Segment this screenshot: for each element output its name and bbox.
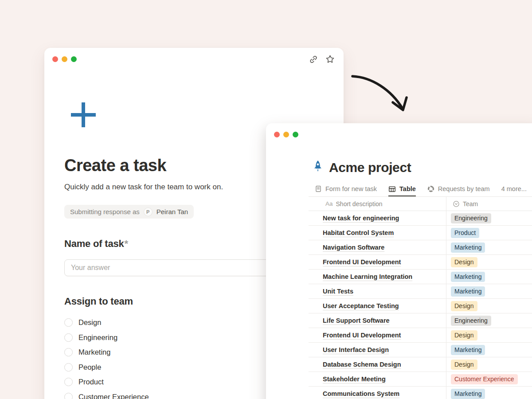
team-tag: Marketing [451,272,485,282]
radio-button[interactable] [64,393,73,399]
table-row: Frontend UI Development Design [309,328,532,343]
favorite-star-icon[interactable] [325,55,335,64]
team-tag: Marketing [451,389,485,399]
team-cell[interactable]: Marketing [446,240,532,254]
team-tag: Marketing [451,286,485,297]
text-property-icon: Aa [325,200,333,207]
team-cell[interactable]: Marketing [446,343,532,357]
team-tag: Customer Experience [451,374,518,384]
short-description-cell[interactable]: Database Schema Design [309,357,446,372]
table-row: Life Support Software Engineering [309,313,532,328]
team-tag: Engineering [451,316,491,326]
submitting-as-chip: Submitting response as P Peiran Tan [64,205,194,219]
submitting-as-label: Submitting response as [70,208,140,215]
short-description-cell[interactable]: User Acceptance Testing [309,299,446,313]
team-cell[interactable]: Design [446,255,532,269]
minimize-button[interactable] [283,132,289,137]
table-row: Database Schema Design Design [309,357,532,372]
minimize-button[interactable] [62,56,67,62]
tab-more-views[interactable]: 4 more... [501,185,527,196]
radio-button[interactable] [64,348,73,356]
team-tag: Design [451,257,477,267]
short-description-cell[interactable]: New task for engineering [309,211,446,225]
page-background: Create a task Quickly add a new task for… [0,0,532,399]
table-row: Stakeholder Meeting Customer Experience [309,372,532,387]
table-row: Navigation Software Marketing [309,240,532,255]
table-body: New task for engineering Engineering Hab… [309,211,532,399]
table-row: New task for engineering Engineering [309,211,532,226]
form-window-titlebar [44,48,344,64]
team-cell[interactable]: Design [446,299,532,313]
database-window-titlebar [266,123,532,139]
short-description-cell[interactable]: Machine Learning Integration [309,270,446,284]
team-tag: Engineering [451,213,491,223]
team-cell[interactable]: Engineering [446,211,532,225]
submitting-user-name: Peiran Tan [156,208,188,215]
view-tabs: Form for new task Table Requests by team… [266,183,532,196]
team-cell[interactable]: Design [446,328,532,342]
radio-button[interactable] [64,333,73,342]
team-cell[interactable]: Product [446,226,532,240]
radio-button[interactable] [64,363,73,372]
team-cell[interactable]: Engineering [446,313,532,328]
table-row: User Acceptance Testing Design [309,299,532,313]
hand-drawn-arrow [346,66,417,121]
short-description-cell[interactable]: Communications System [309,387,446,399]
table-row: Machine Learning Integration Marketing [309,270,532,284]
team-cell[interactable]: Design [446,357,532,372]
team-cell[interactable]: Marketing [446,270,532,284]
database-window: Acme project Form for new task Table [266,123,532,399]
team-tag: Product [451,228,479,238]
short-description-cell[interactable]: Habitat Control System [309,226,446,240]
zoom-button[interactable] [293,132,298,137]
tab-table[interactable]: Table [388,185,416,197]
team-tag: Marketing [451,345,485,355]
table-row: Frontend UI Development Design [309,255,532,270]
rocket-icon [312,160,324,175]
short-description-cell[interactable]: Navigation Software [309,240,446,254]
radio-button[interactable] [64,318,73,327]
close-button[interactable] [274,132,280,137]
column-header-team[interactable]: Team [446,197,532,211]
tab-requests-by-team[interactable]: Requests by team [427,185,490,196]
short-description-cell[interactable]: Stakeholder Meeting [309,372,446,386]
team-tag: Design [451,301,477,311]
database-title: Acme project [329,160,411,175]
avatar: P [144,207,153,216]
short-description-cell[interactable]: User Interface Design [309,343,446,357]
window-controls [274,132,298,137]
short-description-cell[interactable]: Frontend UI Development [309,255,446,269]
team-tag: Design [451,330,477,340]
table-header-row: Aa Short description Team [309,196,532,211]
zoom-button[interactable] [71,56,77,62]
short-description-cell[interactable]: Frontend UI Development [309,328,446,342]
table-row: Communications System Marketing [309,387,532,399]
select-property-icon [453,200,460,207]
table-row: Unit Tests Marketing [309,284,532,299]
link-icon[interactable] [309,55,318,64]
column-header-short-description[interactable]: Aa Short description [309,197,446,211]
team-cell[interactable]: Marketing [446,387,532,399]
close-button[interactable] [52,56,58,62]
table-row: User Interface Design Marketing [309,343,532,357]
team-cell[interactable]: Marketing [446,284,532,298]
table-row: Habitat Control System Product [309,226,532,240]
database-table: Aa Short description Team New task for e… [309,196,532,399]
team-cell[interactable]: Customer Experience [446,372,532,386]
required-asterisk: * [125,238,128,249]
team-tag: Design [451,360,477,370]
window-controls [52,56,77,62]
tab-form-for-new-task[interactable]: Form for new task [315,185,377,196]
team-tag: Marketing [451,243,485,253]
short-description-cell[interactable]: Life Support Software [309,313,446,328]
short-description-cell[interactable]: Unit Tests [309,284,446,298]
radio-button[interactable] [64,378,73,386]
